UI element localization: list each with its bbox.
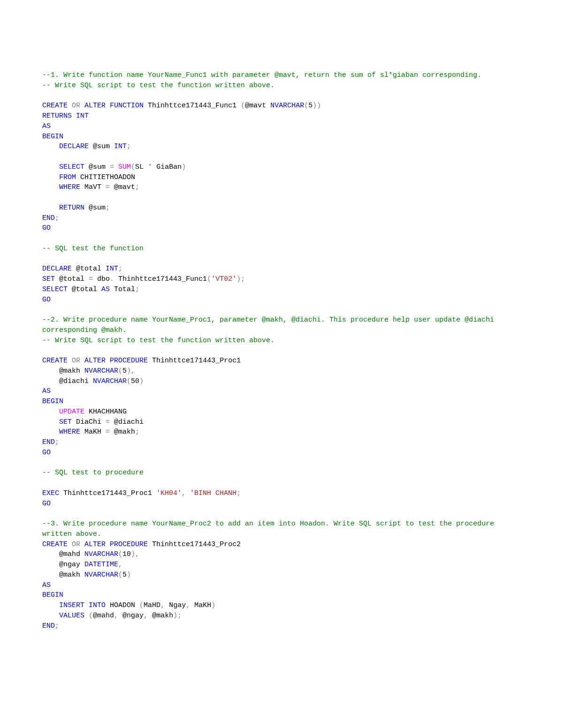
code-token: -- Write SQL script to test the function…	[42, 337, 274, 345]
code-token: )	[139, 377, 144, 385]
code-line: GO	[42, 448, 521, 458]
code-token	[42, 204, 59, 212]
code-token	[42, 408, 59, 416]
code-line: BEGIN	[42, 590, 521, 600]
code-token: SUM	[118, 163, 131, 171]
code-line: END;	[42, 437, 521, 448]
code-token: ;	[55, 214, 59, 222]
code-token	[42, 163, 59, 171]
code-token: @mahd	[93, 612, 114, 620]
code-token: DECLARE	[59, 143, 89, 150]
code-token: .	[110, 275, 114, 283]
code-token: 'BINH CHANH	[190, 489, 236, 497]
code-line: RETURNS INT	[42, 111, 521, 121]
code-token: -- SQL test to procedure	[42, 469, 144, 477]
code-token: );	[173, 612, 182, 620]
code-token: @makh	[148, 612, 173, 620]
code-token	[106, 102, 110, 110]
code-token: Thinhttce171443_Proc1	[59, 489, 156, 497]
code-token: MaKH	[190, 601, 211, 609]
code-token: RETURN	[59, 204, 84, 212]
code-line	[42, 152, 521, 162]
code-token: CHITIETHOADON	[76, 173, 135, 181]
code-token: =	[89, 275, 93, 283]
code-token: NVARCHAR	[84, 550, 118, 558]
code-line: @makh NVARCHAR(5),	[42, 366, 521, 376]
code-line: BEGIN	[42, 132, 521, 142]
code-line: CREATE OR ALTER FUNCTION Thinhttce171443…	[42, 101, 521, 111]
code-token	[42, 601, 59, 609]
code-token: (	[89, 612, 93, 620]
code-token: INT	[76, 112, 89, 120]
code-line	[42, 345, 521, 356]
code-token: GO	[42, 500, 51, 508]
code-line: CREATE OR ALTER PROCEDURE Thinhttce17144…	[42, 356, 521, 366]
code-token: @total	[55, 275, 89, 283]
code-token: ALTER	[84, 540, 106, 548]
code-token: BEGIN	[42, 591, 63, 599]
code-token: 5	[308, 102, 312, 110]
code-token	[42, 612, 59, 620]
code-line: SELECT @total AS Total;	[42, 285, 521, 295]
code-token	[106, 357, 110, 365]
code-token: NVARCHAR	[270, 102, 304, 110]
code-token: *	[148, 163, 152, 171]
code-token: SELECT	[59, 163, 84, 171]
code-token: END	[42, 214, 55, 222]
code-token: =	[110, 163, 114, 171]
code-token: SET	[59, 418, 72, 426]
code-token: GO	[42, 296, 51, 304]
code-token: HOADON	[106, 601, 139, 609]
code-token: 'VT02'	[211, 275, 236, 283]
code-token: OR	[72, 102, 80, 110]
code-token: -- Write SQL script to test the function…	[42, 82, 274, 90]
code-line: INSERT INTO HOADON (MaHD, Ngay, MaKH)	[42, 600, 521, 611]
code-line: AS	[42, 580, 521, 591]
code-token: @sum	[84, 163, 110, 171]
sql-code-block: --1. Write function name YourName_Func1 …	[42, 70, 521, 631]
code-line: --2. Write procedure name YourName_Proc1…	[42, 315, 521, 336]
code-token: 5	[122, 571, 127, 579]
code-line: @diachi NVARCHAR(50)	[42, 376, 521, 387]
code-line: --3. Write procedure name YourName_Proc2…	[42, 519, 521, 540]
code-token: @diachi	[42, 377, 93, 385]
code-token: WHERE	[59, 428, 80, 436]
code-token: (	[304, 102, 308, 110]
code-token: (	[118, 550, 122, 558]
code-token	[106, 540, 110, 548]
code-token: ALTER	[84, 102, 106, 110]
code-token: MaVT	[80, 183, 106, 191]
code-token: @total	[72, 265, 106, 273]
code-line: END;	[42, 621, 521, 631]
code-line: END;	[42, 213, 521, 224]
code-token	[84, 601, 89, 609]
code-token: =	[106, 418, 110, 426]
code-token: DiaChi	[72, 418, 106, 426]
code-token: NVARCHAR	[84, 571, 118, 579]
code-token: FUNCTION	[110, 102, 144, 110]
code-token: --1. Write function name YourName_Func1 …	[42, 71, 481, 79]
code-token: AS	[42, 581, 51, 589]
code-token: EXEC	[42, 489, 59, 497]
code-token: (	[118, 367, 122, 375]
code-line: --1. Write function name YourName_Func1 …	[42, 70, 521, 81]
code-token: 10	[122, 550, 131, 558]
code-token: --2. Write procedure name YourName_Proc1…	[42, 316, 498, 334]
code-token: @mahd	[42, 550, 84, 558]
code-token: GO	[42, 224, 51, 232]
code-token: ;	[135, 285, 139, 293]
code-token: WHERE	[59, 183, 80, 191]
code-token: @ngay	[42, 561, 84, 569]
code-token: VALUES	[59, 612, 84, 620]
code-token: SL	[135, 163, 148, 171]
code-token	[72, 112, 76, 120]
code-token: INT	[114, 143, 127, 150]
code-line: WHERE MaKH = @makh;	[42, 427, 521, 437]
code-line: BEGIN	[42, 397, 521, 407]
code-token	[68, 540, 72, 548]
code-token: CREATE	[42, 357, 68, 365]
code-token: ),	[131, 550, 139, 558]
code-token: SELECT	[42, 285, 68, 293]
code-token: ;	[127, 143, 131, 150]
code-token: ,	[144, 612, 148, 620]
